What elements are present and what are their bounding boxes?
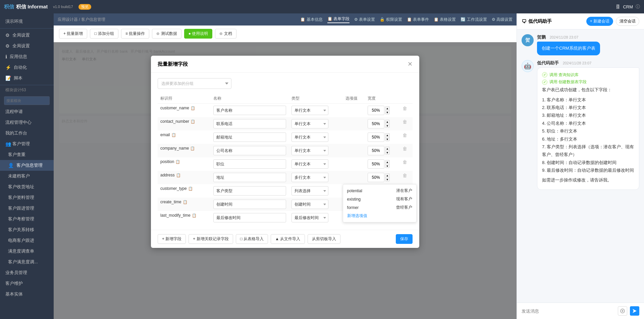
test-data-button[interactable]: ⊙ 测试数据 <box>152 29 181 39</box>
sidebar-item-survey[interactable]: 满意度调查单 <box>0 246 54 257</box>
import-from-clipboard-button[interactable]: 从剪切板导入 <box>308 234 340 244</box>
bulk-operate-button[interactable]: ≡ 批量操作 <box>121 29 149 39</box>
modal-close-button[interactable]: ✕ <box>408 60 413 68</box>
copy-icon[interactable]: 📋 <box>191 119 195 124</box>
copy-icon[interactable]: 📋 <box>171 133 176 137</box>
sub-nav-fields[interactable]: 📋 表单字段 <box>327 16 350 23</box>
new-chat-button[interactable]: + 新建会话 <box>586 17 613 26</box>
option-row-potential[interactable]: potential 潜在客户 <box>343 187 416 195</box>
sidebar-item-transfer[interactable]: 客户关系转移 <box>0 224 54 235</box>
field-name-input[interactable] <box>213 186 286 196</box>
width-up[interactable]: ▲ <box>385 106 390 110</box>
sidebar-item-customer-info[interactable]: 👤 客户信息管理 <box>0 160 54 171</box>
copy-icon[interactable]: 📋 <box>183 200 187 204</box>
field-type-select[interactable]: 创建时间 <box>291 200 328 209</box>
sidebar-item-inspection[interactable]: 客户考察管理 <box>0 214 54 224</box>
delete-row-button[interactable]: 🗑 <box>402 106 407 111</box>
field-type-select[interactable]: 单行文本 <box>291 146 328 155</box>
field-type-select[interactable]: 单行文本 <box>291 106 328 115</box>
docs-button[interactable]: ⊙ 文档 <box>215 29 236 39</box>
width-down[interactable]: ▼ <box>385 137 390 141</box>
chat-input[interactable] <box>522 309 615 314</box>
sidebar-item-satisfaction[interactable]: 客户满意度调... <box>0 257 54 267</box>
sub-nav-basic[interactable]: 📋 基本信息 <box>300 16 322 23</box>
field-name-input[interactable] <box>213 159 286 169</box>
sidebar-item-entities[interactable]: 基本实体 <box>0 289 54 300</box>
field-name-input[interactable] <box>213 146 286 155</box>
sub-nav-advanced[interactable]: ⚙ 高级设置 <box>492 16 513 23</box>
delete-row-button[interactable]: 🗑 <box>402 132 407 138</box>
field-name-input[interactable] <box>213 106 286 115</box>
field-name-input[interactable] <box>213 119 286 128</box>
sidebar-item-automation[interactable]: ⚡ 自动化 <box>0 62 54 73</box>
sidebar-item-ecommerce[interactable]: 电商客户跟进 <box>0 235 54 246</box>
width-up[interactable]: ▲ <box>385 147 390 151</box>
sidebar-item-delivery[interactable]: 客户收货地址 <box>0 181 54 192</box>
copy-icon[interactable]: 📋 <box>175 160 180 164</box>
sidebar-item-followup[interactable]: 客户跟进管理 <box>0 203 54 214</box>
sidebar-item-demo[interactable]: 演示环境 <box>0 16 54 27</box>
sidebar-item-app-info[interactable]: ℹ 应用信息 <box>0 51 54 62</box>
add-option-button[interactable]: 新增选项值 <box>343 212 416 220</box>
copy-icon[interactable]: 📋 <box>191 106 195 110</box>
module-search-input[interactable] <box>4 96 50 105</box>
preview-badge[interactable]: 预览 <box>78 4 91 10</box>
copy-icon[interactable]: 📋 <box>188 187 193 191</box>
delete-row-button[interactable]: 🗑 <box>402 173 407 178</box>
field-name-input[interactable] <box>213 132 286 142</box>
width-up[interactable]: ▲ <box>385 133 390 137</box>
width-up[interactable]: ▲ <box>385 120 390 124</box>
width-input[interactable] <box>368 159 384 169</box>
sidebar-item-customer-mgmt[interactable]: 👥 客户管理 <box>0 139 54 149</box>
sidebar-item-script[interactable]: 📝 脚本 <box>0 73 54 84</box>
group-select[interactable]: 选择要添加的分组 <box>158 78 231 89</box>
info-icon[interactable]: ⓘ <box>636 4 640 10</box>
import-from-table-button[interactable]: □ 从表格导入 <box>236 234 268 244</box>
save-button[interactable]: 保存 <box>396 234 413 244</box>
field-name-input[interactable] <box>213 173 286 182</box>
option-row-existing[interactable]: existing 现有客户 <box>343 195 416 203</box>
sidebar-item-maintenance[interactable]: 客户维护 <box>0 278 54 289</box>
field-type-select[interactable]: 多行文本 <box>291 173 328 182</box>
import-from-file-button[interactable]: ▲ 从文件导入 <box>271 234 305 244</box>
width-input[interactable] <box>368 106 384 115</box>
clear-chat-button[interactable]: 清空会话 <box>616 17 639 26</box>
field-type-select[interactable]: 最后修改时间 <box>291 213 328 222</box>
field-type-select[interactable]: 单行文本 <box>291 132 328 142</box>
delete-row-button[interactable]: 🗑 <box>402 146 407 151</box>
field-name-input[interactable] <box>213 213 286 222</box>
bulk-add-button[interactable]: + 批量新增 <box>59 29 87 39</box>
copy-icon[interactable]: 📋 <box>176 173 181 177</box>
width-down[interactable]: ▼ <box>385 110 390 114</box>
attach-button[interactable] <box>618 306 627 316</box>
sidebar-item-workbench[interactable]: 我的工作台 <box>0 128 54 139</box>
delete-row-button[interactable]: 🗑 <box>402 159 407 165</box>
sub-nav-form-settings[interactable]: ⚙ 表单设置 <box>354 16 375 23</box>
sub-nav-events[interactable]: 📋 表单事件 <box>407 16 429 23</box>
width-down[interactable]: ▼ <box>385 177 390 181</box>
sidebar-item-unregistered[interactable]: 未建档客户 <box>0 171 54 181</box>
width-input[interactable] <box>368 132 384 142</box>
add-related-field-button[interactable]: + 新增关联记录字段 <box>189 234 233 244</box>
sidebar-item-global-config[interactable]: ⚙ 全局设置 <box>0 41 54 51</box>
copy-icon[interactable]: 📋 <box>190 146 195 151</box>
sidebar-item-customer-dedup[interactable]: 客户查重 <box>0 149 54 160</box>
sidebar-item-process-apply[interactable]: 流程申请 <box>0 106 54 117</box>
field-type-select[interactable]: 单行文本 <box>291 119 328 128</box>
width-input[interactable] <box>368 146 384 155</box>
copy-icon[interactable]: 📋 <box>192 213 197 218</box>
field-type-select[interactable]: 单行文本 <box>291 159 328 169</box>
width-up[interactable]: ▲ <box>385 160 390 164</box>
sidebar-item-sales[interactable]: 业务员管理 <box>0 267 54 278</box>
add-group-button[interactable]: □ 添加分组 <box>90 29 118 39</box>
send-button[interactable] <box>630 306 639 316</box>
width-input[interactable] <box>368 173 384 182</box>
field-name-input[interactable] <box>213 200 286 209</box>
sub-nav-permissions[interactable]: 🔒 权限设置 <box>380 16 402 23</box>
width-down[interactable]: ▼ <box>385 151 390 155</box>
option-row-former[interactable]: former 曾经客户 <box>343 203 416 212</box>
sidebar-item-global-settings[interactable]: ⚙ 全局设置 <box>0 30 54 41</box>
width-input[interactable] <box>368 119 384 128</box>
field-type-select[interactable]: 列表选择 <box>291 186 328 196</box>
width-up[interactable]: ▲ <box>385 173 390 177</box>
